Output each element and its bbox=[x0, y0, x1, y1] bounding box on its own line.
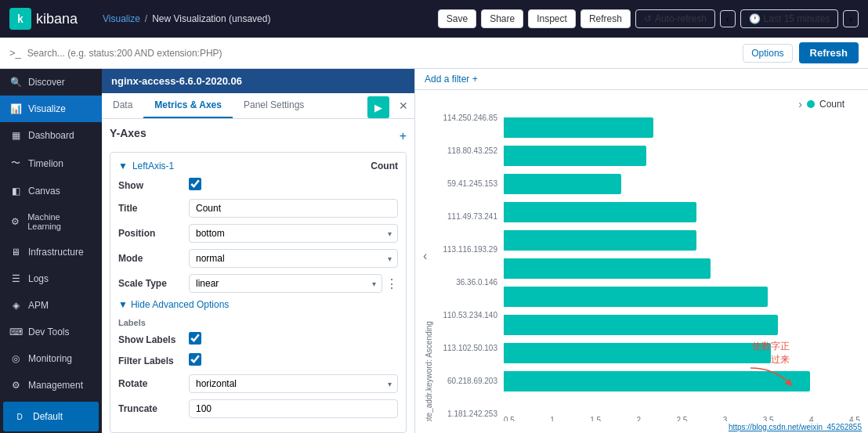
sidebar-item-infrastructure[interactable]: 🖥 Infrastructure bbox=[0, 239, 102, 265]
y-axis-label: 36.36.0.146 bbox=[456, 278, 497, 287]
show-labels-row: Show Labels bbox=[118, 332, 398, 347]
show-checkbox[interactable] bbox=[189, 178, 201, 190]
tab-metrics-axes[interactable]: Metrics & Axes bbox=[143, 93, 233, 118]
refresh-main-button[interactable]: Refresh bbox=[799, 42, 859, 63]
close-panel-button[interactable]: ✕ bbox=[392, 93, 414, 118]
search-input[interactable] bbox=[27, 48, 736, 59]
sidebar-item-dev-tools[interactable]: ⌨ Dev Tools bbox=[0, 319, 102, 345]
hide-advanced-toggle[interactable]: ▼ Hide Advanced Options bbox=[118, 299, 398, 310]
clock-icon: 🕐 bbox=[749, 13, 761, 24]
y-axes-section-title: Y-Axes + bbox=[110, 127, 407, 146]
mode-select[interactable]: normal stacked percentage bbox=[189, 249, 398, 268]
dots-menu-icon[interactable]: ⋮ bbox=[385, 276, 398, 291]
auto-refresh-button[interactable]: ↺ Auto-refresh bbox=[635, 9, 715, 28]
dev-tools-icon: ⌨ bbox=[9, 327, 22, 337]
y-axis-label: 111.49.73.241 bbox=[447, 212, 497, 221]
x-tick: 4.5 bbox=[849, 416, 860, 421]
sidebar-item-logs[interactable]: ☰ Logs bbox=[0, 265, 102, 292]
tab-panel-settings[interactable]: Panel Settings bbox=[233, 93, 315, 118]
x-tick: 3 bbox=[723, 416, 728, 421]
rotate-select[interactable]: horizontal vertical angled bbox=[189, 374, 398, 393]
panel-tabs: Data Metrics & Axes Panel Settings ▶ ✕ bbox=[102, 93, 414, 119]
bars-container bbox=[504, 114, 860, 414]
nav-left-button[interactable]: ‹ bbox=[720, 10, 736, 27]
filter-labels-control bbox=[189, 353, 398, 368]
y-axis-label: 110.53.234.140 bbox=[443, 311, 497, 319]
bar[interactable] bbox=[504, 315, 778, 335]
y-axis-label: 113.116.193.29 bbox=[443, 245, 497, 254]
chart-annotation: 使数字正 过来 bbox=[752, 340, 790, 366]
title-input[interactable] bbox=[189, 199, 398, 218]
x-axis-ticks: 0.511.522.533.544.5 bbox=[504, 416, 860, 421]
scale-type-row: Scale Type linear log square root ⋮ bbox=[118, 274, 398, 293]
show-labels-checkbox[interactable] bbox=[189, 332, 201, 345]
sidebar-item-discover[interactable]: 🔍 Discover bbox=[0, 69, 102, 96]
time-range-button[interactable]: 🕐 Last 15 minutes bbox=[740, 9, 839, 28]
sidebar-item-dashboard[interactable]: ▦ Dashboard bbox=[0, 122, 102, 149]
inspect-button[interactable]: Inspect bbox=[528, 9, 576, 28]
axis-label-toggle[interactable]: ▼ LeftAxis-1 bbox=[118, 161, 174, 171]
url-bar[interactable]: https://blog.csdn.net/weixin_45262855 bbox=[415, 421, 868, 433]
run-button[interactable]: ▶ bbox=[367, 96, 389, 118]
x-tick: 4 bbox=[809, 416, 814, 421]
truncate-row: Truncate bbox=[118, 399, 398, 418]
chart-legend: › Count bbox=[423, 98, 860, 110]
nav-right-button[interactable]: › bbox=[843, 10, 859, 27]
sidebar: 🔍 Discover 📊 Visualize ▦ Dashboard 〜 Tim… bbox=[0, 69, 102, 433]
x-tick: 2 bbox=[637, 416, 642, 421]
sidebar-item-default[interactable]: D Default bbox=[3, 402, 99, 431]
bar[interactable] bbox=[504, 174, 621, 194]
bar-row bbox=[504, 226, 860, 254]
bar[interactable] bbox=[504, 287, 768, 307]
bar[interactable] bbox=[504, 146, 646, 166]
refresh-button-top[interactable]: Refresh bbox=[580, 9, 631, 28]
bar-row bbox=[504, 311, 860, 339]
bar[interactable] bbox=[504, 230, 696, 251]
sidebar-item-apm[interactable]: ◈ APM bbox=[0, 292, 102, 319]
truncate-input[interactable] bbox=[189, 399, 398, 418]
bar[interactable] bbox=[504, 117, 653, 138]
search-prefix: >_ bbox=[9, 47, 21, 59]
sidebar-item-visualize[interactable]: 📊 Visualize bbox=[0, 96, 102, 122]
breadcrumb-visualize[interactable]: Visualize bbox=[103, 13, 140, 24]
breadcrumb-sep: / bbox=[145, 13, 147, 24]
bar-row bbox=[504, 170, 860, 198]
left-axis-item: ▼ LeftAxis-1 Count Show Title bbox=[110, 152, 407, 433]
filter-labels-checkbox[interactable] bbox=[189, 353, 201, 366]
bar-row bbox=[504, 283, 860, 311]
position-select[interactable]: bottom top left right bbox=[189, 224, 398, 243]
sidebar-item-canvas[interactable]: ◧ Canvas bbox=[0, 178, 102, 204]
x-tick: 1 bbox=[550, 416, 555, 421]
add-filter-button[interactable]: Add a filter + bbox=[425, 74, 478, 85]
rotate-row: Rotate horizontal vertical angled bbox=[118, 374, 398, 393]
bar[interactable] bbox=[504, 202, 696, 222]
x-tick: 2.5 bbox=[677, 416, 688, 421]
logs-icon: ☰ bbox=[9, 273, 22, 284]
tab-data[interactable]: Data bbox=[102, 93, 143, 118]
axis-header: ▼ LeftAxis-1 Count bbox=[118, 161, 398, 171]
ml-icon: ⚙ bbox=[9, 216, 21, 227]
save-button[interactable]: Save bbox=[438, 9, 476, 28]
bar[interactable] bbox=[504, 343, 771, 363]
share-button[interactable]: Share bbox=[481, 9, 523, 28]
bar-row bbox=[504, 339, 860, 367]
sidebar-item-management[interactable]: ⚙ Management bbox=[0, 372, 102, 399]
legend-dot bbox=[807, 100, 815, 108]
monitoring-icon: ◎ bbox=[9, 353, 22, 364]
timelion-icon: 〜 bbox=[9, 157, 22, 170]
filter-labels-row: Filter Labels bbox=[118, 353, 398, 368]
x-tick: 0.5 bbox=[504, 416, 515, 421]
chart-nav-right-button[interactable]: › bbox=[798, 98, 802, 110]
sidebar-item-machine-learning[interactable]: ⚙ Machine Learning bbox=[0, 204, 102, 239]
sidebar-item-monitoring[interactable]: ◎ Monitoring bbox=[0, 345, 102, 372]
scale-select[interactable]: linear log square root bbox=[189, 274, 382, 293]
add-axis-button[interactable]: + bbox=[400, 129, 407, 143]
bars-area: 0.511.522.533.544.5 Count bbox=[504, 114, 860, 421]
options-button[interactable]: Options bbox=[743, 44, 792, 63]
sidebar-item-timelion[interactable]: 〜 Timelion bbox=[0, 149, 102, 178]
show-row: Show bbox=[118, 178, 398, 193]
bar[interactable] bbox=[504, 258, 711, 279]
title-row: Title bbox=[118, 199, 398, 218]
bar-row bbox=[504, 254, 860, 283]
refresh-circle-icon: ↺ bbox=[644, 13, 652, 24]
